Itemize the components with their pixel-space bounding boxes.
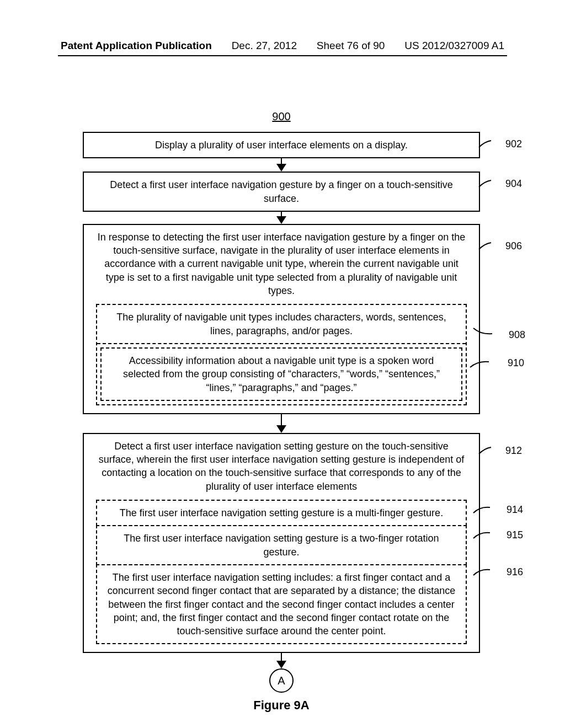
ref-leader-icon [470, 361, 492, 374]
figure-label: Figure 9A [83, 698, 480, 713]
ref-leader-icon [479, 180, 495, 194]
publication-number: US 2012/0327009 A1 [404, 40, 504, 52]
page-header: Patent Application Publication Dec. 27, … [61, 40, 504, 52]
ref-leader-icon [479, 243, 495, 256]
off-page-connector: A [269, 668, 294, 693]
ref-number: 908 [509, 328, 525, 341]
ref-leader-icon [473, 322, 495, 335]
flowchart: 900 Display a plurality of user interfac… [83, 110, 480, 713]
flow-step-902: Display a plurality of user interface el… [83, 132, 480, 158]
off-page-connector-label: A [278, 675, 285, 687]
flow-step-text: The plurality of navigable unit types in… [116, 312, 446, 336]
flow-step-text: In response to detecting the first user … [98, 232, 465, 296]
flow-step-text: The first user interface navigation sett… [108, 572, 455, 636]
flow-step-text: The first user interface navigation sett… [120, 507, 443, 518]
page: Patent Application Publication Dec. 27, … [0, 0, 565, 728]
ref-number: 912 [505, 444, 522, 457]
flow-step-text: The first user interface navigation sett… [124, 533, 439, 557]
flow-step-text: Detect a first user interface navigation… [99, 441, 464, 492]
flow-substep-908: The plurality of navigable unit types in… [97, 305, 466, 344]
ref-number: 904 [505, 177, 522, 190]
header-rule [58, 55, 507, 56]
flow-substep-916: The first user interface navigation sett… [96, 564, 467, 644]
flowchart-title: 900 [83, 110, 480, 123]
ref-leader-icon [479, 447, 495, 461]
arrow-down-icon [83, 158, 480, 172]
flow-step-912: Detect a first user interface navigation… [83, 433, 480, 654]
ref-number: 906 [505, 239, 522, 253]
ref-leader-icon [473, 532, 493, 545]
ref-number: 902 [505, 137, 522, 151]
publication-date: Dec. 27, 2012 [232, 40, 297, 52]
publication-type: Patent Application Publication [61, 40, 212, 52]
ref-number: 914 [507, 503, 523, 516]
ref-leader-icon [473, 569, 493, 582]
flow-substep-915: The first user interface navigation sett… [96, 525, 467, 565]
ref-leader-icon [479, 141, 495, 154]
flow-step-906: In response to detecting the first user … [83, 224, 480, 414]
ref-leader-icon [473, 506, 493, 520]
arrow-down-icon [83, 653, 480, 668]
ref-number: 910 [508, 356, 524, 370]
flow-step-text: Display a plurality of user interface el… [155, 140, 408, 151]
flow-step-text: Detect a first user interface navigation… [110, 179, 452, 204]
flow-substep-910: Accessibility information about a naviga… [100, 347, 462, 401]
arrow-down-icon [83, 414, 480, 433]
sheet-number: Sheet 76 of 90 [317, 40, 385, 52]
ref-number: 916 [507, 565, 523, 579]
ref-number: 915 [507, 528, 523, 542]
arrow-down-icon [83, 212, 480, 224]
flow-substep-914: The first user interface navigation sett… [96, 500, 467, 526]
flow-step-text: Accessibility information about a naviga… [123, 355, 440, 393]
flow-step-904: Detect a first user interface navigation… [83, 172, 480, 212]
